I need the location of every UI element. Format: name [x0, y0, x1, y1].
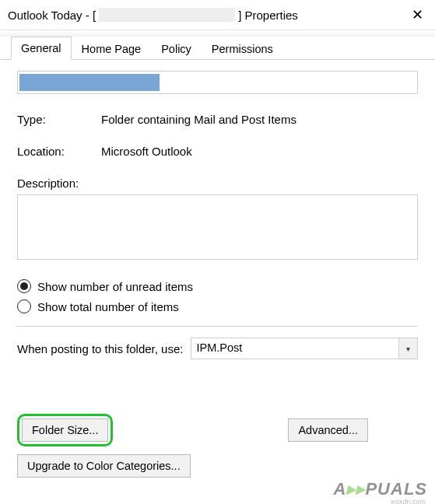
posting-label: When posting to this folder, use: [17, 342, 183, 355]
folder-size-highlight: Folder Size... [17, 414, 113, 446]
tab-general[interactable]: General [11, 37, 72, 60]
close-icon: ✕ [412, 6, 423, 23]
advanced-button[interactable]: Advanced... [288, 418, 368, 442]
location-value: Microsoft Outlook [101, 145, 192, 158]
title-account-redacted [99, 8, 235, 22]
section-divider [17, 326, 418, 327]
type-row: Type: Folder containing Mail and Post It… [17, 113, 418, 126]
buttons-row-2: Upgrade to Color Categories... [17, 454, 418, 478]
properties-dialog: Outlook Today - [ ] Properties ✕ General… [0, 0, 435, 504]
tabstrip-gradient [0, 30, 435, 37]
general-panel: Type: Folder containing Mail and Post It… [0, 60, 435, 359]
tabstrip: General Home Page Policy Permissions [0, 37, 435, 60]
watermark-logo: A▸▸PUALS [334, 479, 427, 499]
radio-icon-checked [17, 279, 31, 293]
title-suffix: ] Properties [238, 9, 298, 22]
tab-home-page[interactable]: Home Page [72, 37, 152, 60]
posting-combo[interactable]: IPM.Post ▾ [191, 338, 418, 359]
description-label: Description: [17, 177, 418, 190]
location-row: Location: Microsoft Outlook [17, 145, 418, 158]
tab-policy[interactable]: Policy [151, 37, 202, 60]
chevron-down-icon[interactable]: ▾ [398, 338, 417, 359]
description-row: Description: [17, 177, 418, 262]
watermark-sub: wsxdn.com [391, 498, 426, 504]
upgrade-categories-button[interactable]: Upgrade to Color Categories... [17, 454, 191, 478]
description-input[interactable] [17, 194, 418, 260]
folder-name-selected-text [19, 74, 160, 91]
type-value: Folder containing Mail and Post Items [101, 113, 296, 126]
buttons-row-1: Folder Size... Advanced... [17, 414, 418, 446]
location-label: Location: [17, 145, 101, 158]
titlebar: Outlook Today - [ ] Properties ✕ [0, 0, 435, 30]
type-label: Type: [17, 113, 101, 126]
title-prefix: Outlook Today - [ [8, 9, 96, 22]
radio-total-label: Show total number of items [37, 300, 179, 313]
close-button[interactable]: ✕ [399, 2, 435, 27]
radio-total[interactable]: Show total number of items [17, 299, 418, 313]
folder-size-button[interactable]: Folder Size... [22, 418, 108, 442]
folder-name-input[interactable] [17, 71, 418, 94]
tab-permissions[interactable]: Permissions [202, 37, 283, 60]
posting-value: IPM.Post [191, 338, 398, 359]
buttons-area: Folder Size... Advanced... Upgrade to Co… [17, 414, 418, 478]
posting-row: When posting to this folder, use: IPM.Po… [17, 338, 418, 359]
radio-icon-unchecked [17, 299, 31, 313]
radio-unread[interactable]: Show number of unread items [17, 279, 418, 293]
radio-unread-label: Show number of unread items [37, 280, 193, 293]
item-count-radios: Show number of unread items Show total n… [17, 279, 418, 313]
